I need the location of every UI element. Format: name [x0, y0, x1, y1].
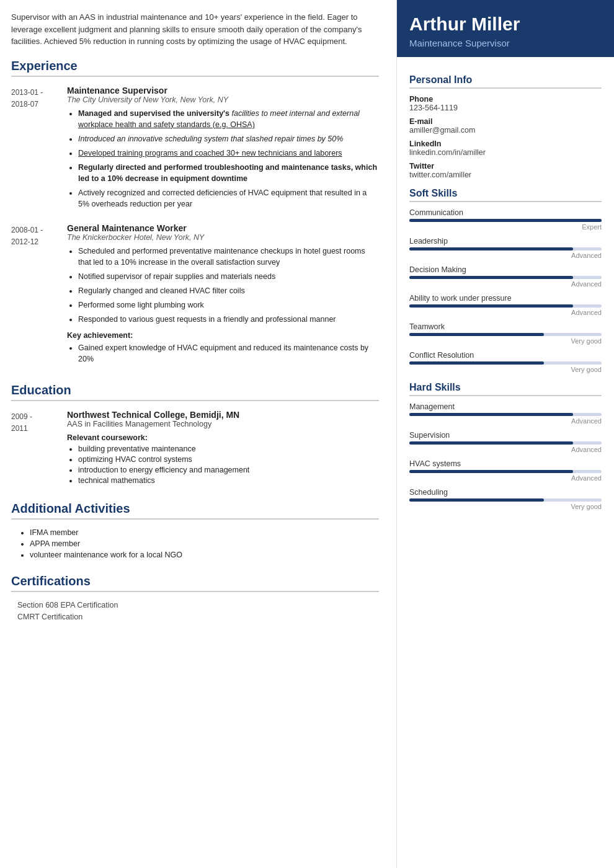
- skill-pressure-level: Advanced: [409, 309, 602, 316]
- skill-leadership: Leadership Advanced: [409, 237, 602, 259]
- skill-management: Management Advanced: [409, 402, 602, 425]
- soft-skills-title: Soft Skills: [409, 188, 602, 202]
- skill-communication-level: Expert: [409, 223, 602, 231]
- bullet-1-2: Introduced an innovative scheduling syst…: [78, 133, 379, 144]
- skill-hvac-bar-bg: [409, 470, 602, 473]
- edu-coursework-title: Relevant coursework:: [67, 433, 379, 442]
- skill-teamwork-level: Very good: [409, 337, 602, 345]
- skill-conflict: Conflict Resolution Very good: [409, 351, 602, 373]
- skill-pressure-bar-fill: [409, 304, 573, 308]
- right-header: Arthur Miller Maintenance Supervisor: [397, 0, 614, 57]
- bullet-1-1: Managed and supervised the university's …: [78, 108, 379, 130]
- skill-scheduling-bar-fill: [409, 498, 544, 502]
- edu-degree-1: AAS in Facilities Management Technology: [67, 420, 379, 428]
- achievement-bullets-2: Gained expert knowledge of HVAC equipmen…: [67, 342, 379, 365]
- bullet-2-2: Notified supervisor of repair supplies a…: [78, 271, 379, 282]
- experience-section: Experience 2013-01 -2018-07 Maintenance …: [11, 59, 379, 368]
- skill-communication-bar-bg: [409, 219, 602, 222]
- personal-info-twitter-label: Twitter: [409, 162, 602, 170]
- education-title: Education: [11, 383, 379, 401]
- job-title-2: General Maintenance Worker: [67, 223, 379, 233]
- activities-title: Additional Activities: [11, 502, 379, 520]
- bullet-2-1: Scheduled and performed preventative mai…: [78, 246, 379, 268]
- bullet-1-4: Regularly directed and performed trouble…: [78, 162, 379, 184]
- skill-management-name: Management: [409, 402, 602, 411]
- skill-scheduling: Scheduling Very good: [409, 488, 602, 510]
- edu-school-1: Northwest Technical College, Bemidji, MN: [67, 410, 379, 420]
- skill-hvac: HVAC systems Advanced: [409, 459, 602, 482]
- bullet-1-3: Developed training programs and coached …: [78, 148, 379, 159]
- job-entry-1: 2013-01 -2018-07 Maintenance Supervisor …: [11, 86, 379, 213]
- skill-decision-making-bar-bg: [409, 276, 602, 279]
- skill-teamwork: Teamwork Very good: [409, 322, 602, 345]
- edu-coursework-list: building preventative maintenance optimi…: [67, 445, 379, 485]
- personal-info-linkedin-label: LinkedIn: [409, 140, 602, 148]
- skill-conflict-level: Very good: [409, 366, 602, 373]
- skill-scheduling-name: Scheduling: [409, 488, 602, 497]
- skill-pressure: Ability to work under pressure Advanced: [409, 294, 602, 316]
- skill-leadership-level: Advanced: [409, 252, 602, 259]
- personal-info-title: Personal Info: [409, 74, 602, 89]
- skill-leadership-bar-bg: [409, 247, 602, 250]
- key-achievement-label-2: Key achievement:: [67, 331, 379, 340]
- cert-2: CMRT Certification: [11, 613, 379, 621]
- skill-decision-making-bar-fill: [409, 276, 573, 279]
- personal-info-linkedin-value: linkedin.com/in/amiller: [409, 148, 602, 157]
- course-4: technical mathematics: [78, 476, 379, 485]
- personal-info-phone-value: 123-564-1119: [409, 104, 602, 112]
- hard-skills-title: Hard Skills: [409, 382, 602, 396]
- course-2: optimizing HVAC control systems: [78, 455, 379, 464]
- skill-leadership-bar-fill: [409, 247, 573, 250]
- candidate-title: Maintenance Supervisor: [409, 38, 602, 48]
- activity-1: IFMA member: [30, 528, 379, 537]
- bullet-2-5: Responded to various guest requests in a…: [78, 314, 379, 325]
- course-3: introduction to energy efficiency and ma…: [78, 466, 379, 474]
- bullet-2-3: Regularly changed and cleaned HVAC filte…: [78, 285, 379, 296]
- page: Supervisor with an AAS in industrial mai…: [0, 0, 614, 868]
- candidate-name: Arthur Miller: [409, 14, 602, 35]
- job-entry-2: 2008-01 -2012-12 General Maintenance Wor…: [11, 223, 379, 368]
- skill-conflict-name: Conflict Resolution: [409, 351, 602, 360]
- job-content-2: General Maintenance Worker The Knickerbo…: [67, 223, 379, 368]
- job-bullets-1: Managed and supervised the university's …: [67, 108, 379, 210]
- skill-supervision: Supervision Advanced: [409, 431, 602, 453]
- skill-scheduling-bar-bg: [409, 498, 602, 502]
- education-section: Education 2009 -2011 Northwest Technical…: [11, 383, 379, 487]
- left-column: Supervisor with an AAS in industrial mai…: [0, 0, 397, 868]
- skill-supervision-name: Supervision: [409, 431, 602, 440]
- achievement-bullet-2: Gained expert knowledge of HVAC equipmen…: [78, 342, 379, 365]
- certifications-title: Certifications: [11, 574, 379, 592]
- skill-pressure-name: Ability to work under pressure: [409, 294, 602, 303]
- skill-communication: Communication Expert: [409, 208, 602, 231]
- skill-teamwork-name: Teamwork: [409, 322, 602, 331]
- skill-pressure-bar-bg: [409, 304, 602, 308]
- job-company-2: The Knickerbocker Hotel, New York, NY: [67, 233, 379, 242]
- course-1: building preventative maintenance: [78, 445, 379, 453]
- skill-supervision-bar-bg: [409, 441, 602, 445]
- skill-decision-making-name: Decision Making: [409, 265, 602, 274]
- skill-management-bar-fill: [409, 413, 573, 416]
- right-body: Personal Info Phone 123-564-1119 E-mail …: [397, 57, 614, 525]
- bullet-2-4: Performed some light plumbing work: [78, 299, 379, 311]
- personal-info-phone-label: Phone: [409, 95, 602, 104]
- personal-info-twitter-value: twitter.com/amiller: [409, 170, 602, 179]
- personal-info-email-label: E-mail: [409, 117, 602, 126]
- skill-teamwork-bar-bg: [409, 333, 602, 336]
- job-dates-2: 2008-01 -2012-12: [11, 223, 67, 368]
- skill-management-bar-bg: [409, 413, 602, 416]
- activities-section: Additional Activities IFMA member APPA m…: [11, 502, 379, 559]
- bullet-1-5: Actively recognized and corrected defici…: [78, 187, 379, 210]
- skill-supervision-level: Advanced: [409, 446, 602, 453]
- skill-hvac-name: HVAC systems: [409, 459, 602, 468]
- job-title-1: Maintenance Supervisor: [67, 86, 379, 95]
- skill-leadership-name: Leadership: [409, 237, 602, 246]
- skill-conflict-bar-fill: [409, 361, 544, 365]
- experience-title: Experience: [11, 59, 379, 77]
- activities-list: IFMA member APPA member volunteer mainte…: [11, 528, 379, 559]
- job-bullets-2: Scheduled and performed preventative mai…: [67, 246, 379, 326]
- personal-info-email-value: amiller@gmail.com: [409, 126, 602, 135]
- job-dates-1: 2013-01 -2018-07: [11, 86, 67, 213]
- skill-hvac-level: Advanced: [409, 474, 602, 482]
- skill-communication-name: Communication: [409, 208, 602, 217]
- certifications-section: Certifications Section 608 EPA Certifica…: [11, 574, 379, 621]
